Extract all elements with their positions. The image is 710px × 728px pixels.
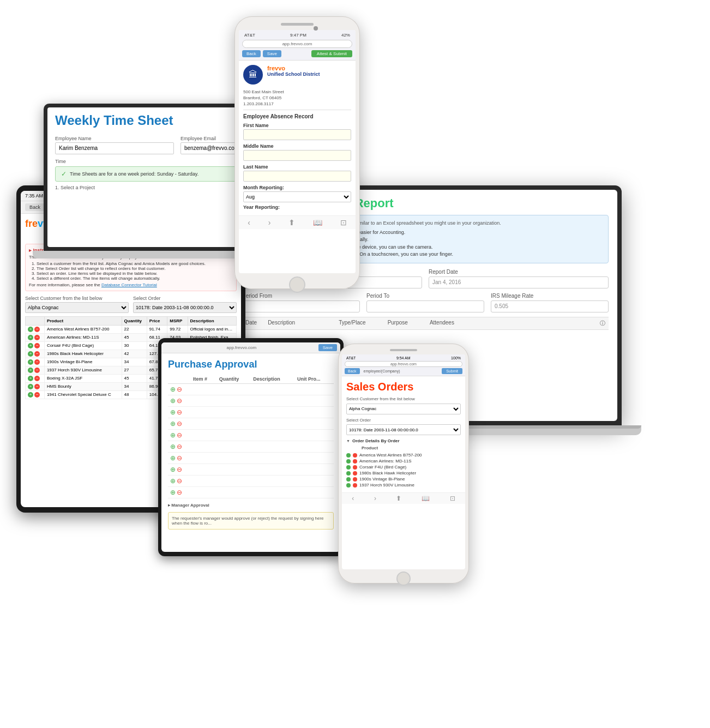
co-add-icon[interactable]: + xyxy=(28,359,33,365)
pa-add-icon[interactable]: ⊕ xyxy=(170,408,176,416)
phone-top-save-button[interactable]: Save xyxy=(263,50,281,57)
co-form-row: Select Customer from the list below Alph… xyxy=(25,296,237,313)
pa-add-icon[interactable]: ⊕ xyxy=(170,397,176,405)
expense-period-to-label: Period To xyxy=(366,293,484,299)
co-remove-icon[interactable]: − xyxy=(34,335,40,340)
pa-add-icon[interactable]: ⊕ xyxy=(170,443,176,450)
pa-add-icon[interactable]: ⊕ xyxy=(170,477,176,485)
co-add-icon[interactable]: + xyxy=(28,351,33,357)
co-add-icon[interactable]: + xyxy=(28,327,33,332)
co-remove-icon[interactable]: − xyxy=(34,343,40,348)
co-customer-dropdown[interactable]: Alpha Cognac xyxy=(25,302,129,313)
ph-first-name-input[interactable] xyxy=(243,129,351,140)
pa-add-icon[interactable]: ⊕ xyxy=(170,489,176,496)
co-add-icon[interactable]: + xyxy=(28,392,33,398)
pa-remove-icon[interactable]: ⊖ xyxy=(177,477,182,485)
pa-save-button[interactable]: Save xyxy=(318,344,337,351)
phone-top-browser-bar: AT&T 9:47 PM 42% app.frevvo.com Back Sav… xyxy=(239,30,356,61)
so-green-dot-icon xyxy=(346,471,351,476)
wts-info-text: Time Sheets are for a one week period: S… xyxy=(70,171,198,177)
co-add-icon[interactable]: + xyxy=(28,376,33,381)
co-product-name: 1900s Vintage Bi-Plane xyxy=(44,358,122,366)
ph-nav-share-icon[interactable]: ⬆ xyxy=(288,218,295,227)
phone-top-bottom-nav: ‹ › ⬆ 📖 ⊡ xyxy=(239,215,356,229)
so-submit-button[interactable]: Submit xyxy=(442,368,462,374)
pa-remove-icon[interactable]: ⊖ xyxy=(177,397,182,405)
ph-battery: 42% xyxy=(341,33,350,38)
so-nav-bookmarks-icon[interactable]: 📖 xyxy=(422,495,430,502)
so-red-dot-icon xyxy=(353,465,357,470)
pa-remove-icon[interactable]: ⊖ xyxy=(177,408,182,416)
co-add-icon[interactable]: + xyxy=(28,384,33,389)
co-col-description: Description xyxy=(188,317,236,326)
phone-top-status-bar: AT&T 9:47 PM 42% xyxy=(242,32,352,39)
ph-org-name: frevvo xyxy=(267,65,320,71)
so-order-dropdown[interactable]: 10178: Date 2003-11-08 00:00:00.0 xyxy=(346,424,461,435)
co-step-3: Select an order. Line items will be disp… xyxy=(37,271,233,276)
wts-employee-name-input[interactable] xyxy=(55,142,174,154)
pa-remove-icon[interactable]: ⊖ xyxy=(177,489,182,496)
phone-top-back-button[interactable]: Back xyxy=(242,50,261,57)
expense-period-to-input[interactable] xyxy=(366,300,484,312)
so-back-button[interactable]: Back xyxy=(345,368,360,374)
co-order-dropdown[interactable]: 10178: Date 2003-11-08 00:00:00.0 xyxy=(133,302,237,313)
expense-table-header: Date Description Type/Place Purpose Atte… xyxy=(242,317,609,330)
co-add-icon[interactable]: + xyxy=(28,335,33,340)
co-add-icon[interactable]: + xyxy=(28,368,33,373)
ph-year-label: Year Reporting: xyxy=(243,204,351,210)
so-nav-back-icon[interactable]: ‹ xyxy=(352,495,354,502)
pa-remove-icon[interactable]: ⊖ xyxy=(177,443,182,450)
ph-month-select[interactable]: Aug xyxy=(243,191,351,202)
list-item: Corsair F4U (Bird Cage) xyxy=(346,464,461,470)
pa-add-icon[interactable]: ⊕ xyxy=(170,466,176,473)
co-remove-icon[interactable]: − xyxy=(34,384,40,389)
co-remove-icon[interactable]: − xyxy=(34,327,40,332)
co-remove-icon[interactable]: − xyxy=(34,359,40,365)
so-nav-forward-icon[interactable]: › xyxy=(374,495,376,502)
so-red-dot-icon xyxy=(353,459,357,464)
co-remove-icon[interactable]: − xyxy=(34,368,40,373)
pa-remove-icon[interactable]: ⊖ xyxy=(177,420,182,428)
so-nav-share-icon[interactable]: ⬆ xyxy=(396,495,401,502)
pa-add-icon[interactable]: ⊕ xyxy=(170,386,176,393)
pa-add-icon[interactable]: ⊕ xyxy=(170,454,176,462)
so-green-dot-icon xyxy=(346,483,351,488)
phone-top-home-button[interactable] xyxy=(289,276,305,293)
phone-right-home-button[interactable] xyxy=(396,571,411,586)
so-customer-dropdown[interactable]: Alpha Cognac xyxy=(346,404,461,414)
ph-last-name-input[interactable] xyxy=(243,171,351,182)
co-add-icon[interactable]: + xyxy=(28,343,33,348)
co-back-button[interactable]: Back xyxy=(25,203,45,211)
pa-remove-icon[interactable]: ⊖ xyxy=(177,431,182,439)
co-step-4: Select a different order. The line items… xyxy=(37,276,233,281)
expense-period-from-input[interactable] xyxy=(242,300,360,312)
ph-nav-bookmarks-icon[interactable]: 📖 xyxy=(313,218,322,227)
co-product-name: 1941 Chevrolet Special Deluxe C xyxy=(44,391,122,399)
phone-top-content: 🏛 frevvo Unified School District 500 Eas… xyxy=(239,61,356,215)
co-remove-icon[interactable]: − xyxy=(34,392,40,398)
phone-top-url: app.frevvo.com xyxy=(242,40,352,48)
phone-top-attest-button[interactable]: Attest & Submit xyxy=(311,50,352,57)
so-red-dot-icon xyxy=(353,453,357,458)
co-remove-icon[interactable]: − xyxy=(34,351,40,357)
ph-nav-tabs-icon[interactable]: ⊡ xyxy=(340,218,347,227)
expense-report-date-input[interactable] xyxy=(429,276,609,288)
co-remove-icon[interactable]: − xyxy=(34,376,40,381)
expense-col-type: Type/Place xyxy=(339,320,365,327)
so-nav-tabs-icon[interactable]: ⊡ xyxy=(450,495,455,502)
tablet-center-device: app.frevvo.com Save Purchase Approval It… xyxy=(158,338,344,556)
ph-nav-back-icon[interactable]: ‹ xyxy=(248,218,250,227)
pa-remove-icon[interactable]: ⊖ xyxy=(177,454,182,462)
phone-right-screen: AT&T 9:54 AM 100% app.frevvo.com Back em… xyxy=(342,354,465,569)
pa-add-icon[interactable]: ⊕ xyxy=(170,420,176,428)
expense-mileage-input[interactable] xyxy=(491,300,609,312)
ph-middle-name-input[interactable] xyxy=(243,150,351,161)
pa-add-icon[interactable]: ⊕ xyxy=(170,431,176,439)
pa-remove-icon[interactable]: ⊖ xyxy=(177,386,182,393)
expense-period-to-field: Period To xyxy=(366,293,484,312)
ph-nav-forward-icon[interactable]: › xyxy=(268,218,271,227)
co-product-name: HMS Bounty xyxy=(44,383,122,391)
table-row: ⊕⊖ xyxy=(168,476,334,487)
so-carrier: AT&T xyxy=(346,356,356,360)
pa-remove-icon[interactable]: ⊖ xyxy=(177,466,182,473)
